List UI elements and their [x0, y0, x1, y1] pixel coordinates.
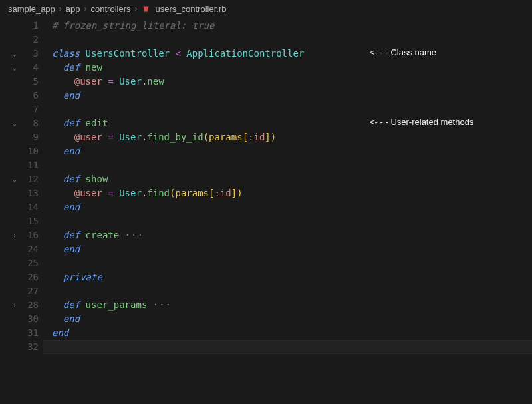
code-comment: # frozen_string_literal: true	[52, 19, 214, 33]
code-const: User	[119, 186, 142, 200]
collapsed-code-indicator[interactable]: ···	[125, 228, 144, 242]
code-area[interactable]: # frozen_string_literal: true class User…	[43, 17, 532, 404]
line-number[interactable]: 27	[23, 284, 39, 298]
line-number[interactable]: 9	[23, 130, 39, 144]
line-number[interactable]: 12	[23, 172, 39, 186]
line-number[interactable]: 25	[23, 256, 39, 270]
code-paren: (params[	[170, 186, 214, 200]
code-operator: =	[102, 186, 119, 200]
code-keyword: private	[63, 270, 102, 284]
line-number[interactable]: 2	[23, 33, 39, 47]
code-keyword: end	[63, 200, 80, 214]
code-keyword: class	[52, 47, 80, 61]
line-number[interactable]: 4	[23, 61, 39, 75]
code-keyword: end	[52, 326, 68, 340]
code-keyword: def	[63, 298, 80, 312]
breadcrumb-item[interactable]: sample_app	[8, 4, 55, 14]
annotation-user-methods: <- - - User-related methods	[370, 115, 473, 129]
line-number[interactable]: 32	[23, 340, 39, 354]
line-number[interactable]: 10	[23, 144, 39, 158]
code-method-name: create	[86, 228, 120, 242]
code-symbol: :id	[248, 130, 265, 144]
code-keyword: def	[63, 172, 80, 186]
code-symbol: :id	[214, 186, 231, 200]
fold-toggle-icon[interactable]: ⌄	[11, 120, 19, 128]
code-operator: =	[102, 75, 119, 89]
line-number-gutter: 1 2 ⌄3 ⌄4 5 6 7 ⌄8 9 10 11 ⌄12 13 14 15 …	[0, 17, 43, 404]
breadcrumb: sample_app › app › controllers › users_c…	[0, 0, 532, 17]
line-number[interactable]: 30	[23, 312, 39, 326]
code-const: User	[119, 75, 142, 89]
code-paren: (params[	[203, 130, 248, 144]
chevron-right-icon: ›	[84, 4, 87, 13]
code-ivar: @user	[74, 186, 102, 200]
line-number[interactable]: 3	[23, 47, 39, 61]
code-keyword: def	[63, 116, 80, 130]
code-operator: =	[102, 130, 119, 144]
line-number[interactable]: 24	[23, 242, 39, 256]
line-number[interactable]: 16	[23, 228, 39, 242]
line-number[interactable]: 1	[23, 19, 39, 33]
line-number[interactable]: 31	[23, 326, 39, 340]
line-number[interactable]: 6	[23, 89, 39, 102]
code-operator: <	[170, 47, 186, 61]
code-method-name: user_params	[86, 298, 148, 312]
code-dot: .	[142, 130, 147, 144]
code-ivar: @user	[74, 75, 102, 89]
ruby-file-icon	[142, 5, 150, 13]
fold-toggle-icon[interactable]: ⌄	[11, 64, 19, 72]
fold-toggle-icon[interactable]: ›	[11, 302, 19, 309]
annotation-class-name: <- - - Class name	[370, 45, 436, 59]
code-keyword: end	[63, 89, 80, 102]
code-method-name: show	[86, 172, 108, 186]
fold-toggle-icon[interactable]: ⌄	[11, 50, 19, 58]
code-dot: .	[142, 186, 147, 200]
code-class-name: UsersController	[86, 47, 170, 61]
chevron-right-icon: ›	[59, 4, 62, 13]
code-keyword: def	[63, 228, 80, 242]
code-call: find	[147, 186, 170, 200]
code-ivar: @user	[74, 130, 102, 144]
collapsed-code-indicator[interactable]: ···	[153, 298, 172, 312]
chevron-right-icon: ›	[135, 4, 138, 13]
code-keyword: end	[63, 144, 80, 158]
code-paren: ])	[265, 130, 276, 144]
line-number[interactable]: 13	[23, 186, 39, 200]
fold-toggle-icon[interactable]: ⌄	[11, 176, 19, 184]
code-keyword: end	[63, 312, 80, 326]
fold-toggle-icon[interactable]: ›	[11, 232, 19, 240]
code-keyword: def	[63, 61, 80, 75]
code-editor[interactable]: 1 2 ⌄3 ⌄4 5 6 7 ⌄8 9 10 11 ⌄12 13 14 15 …	[0, 17, 532, 404]
line-number[interactable]: 7	[23, 102, 39, 116]
line-number[interactable]: 15	[23, 214, 39, 228]
code-method-name: edit	[86, 116, 108, 130]
code-dot: .	[142, 75, 147, 89]
line-number[interactable]: 14	[23, 200, 39, 214]
breadcrumb-file[interactable]: users_controller.rb	[156, 4, 227, 14]
breadcrumb-item[interactable]: controllers	[91, 4, 131, 14]
active-line-highlight	[43, 340, 532, 354]
code-class-name: ApplicationController	[186, 47, 304, 61]
line-number[interactable]: 11	[23, 158, 39, 172]
line-number[interactable]: 26	[23, 270, 39, 284]
code-const: User	[119, 130, 142, 144]
code-method-name: new	[86, 61, 102, 75]
code-call: find_by_id	[147, 130, 203, 144]
code-paren: ])	[231, 186, 243, 200]
line-number[interactable]: 5	[23, 75, 39, 89]
code-keyword: end	[63, 242, 80, 256]
line-number[interactable]: 8	[23, 116, 39, 130]
code-call: new	[147, 75, 164, 89]
breadcrumb-item[interactable]: app	[66, 4, 80, 14]
line-number[interactable]: 28	[23, 298, 39, 312]
